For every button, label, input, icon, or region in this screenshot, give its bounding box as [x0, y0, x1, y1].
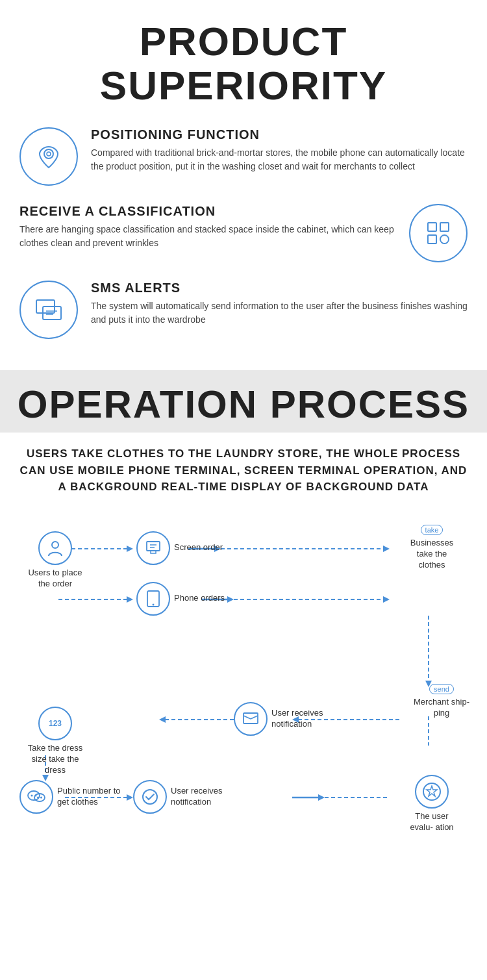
svg-line-44	[244, 716, 251, 719]
node-take-dress: 123 Take the dress size take the dress	[26, 707, 84, 776]
flow-diagram: Users to place the order Screen order ta…	[13, 515, 474, 840]
merchant-shipping-label: Merchant ship- ping	[412, 697, 471, 719]
user-icon-circle	[38, 531, 72, 565]
send-tag: send	[429, 684, 454, 694]
feature-positioning-title: POSITIONING FUNCTION	[91, 127, 468, 142]
screen-order-icon-circle	[136, 531, 170, 565]
svg-marker-11	[127, 546, 133, 552]
feature-sms-desc: The system will automatically send infor…	[91, 299, 468, 327]
user-receives-2-label: User receives notification	[171, 786, 236, 808]
feature-positioning-text: POSITIONING FUNCTION Compared with tradi…	[91, 127, 468, 173]
svg-point-47	[31, 794, 33, 796]
svg-marker-54	[427, 786, 437, 796]
businesses-take-label: Businesses take the clothes	[403, 538, 461, 571]
svg-point-36	[52, 542, 58, 548]
node-send: send Merchant ship- ping	[412, 684, 471, 719]
sms-icon-circle	[19, 281, 78, 339]
process-detail-section: USERS TAKE CLOTHES TO THE LAUNDRY STORE,…	[0, 433, 487, 866]
svg-marker-19	[227, 596, 234, 603]
feature-positioning: POSITIONING FUNCTION Compared with tradi…	[19, 127, 468, 186]
svg-rect-37	[147, 542, 160, 551]
svg-point-0	[44, 149, 53, 158]
phone-orders-label: Phone orders	[174, 593, 225, 604]
feature-classification: RECEIVE A CLASSIFICATION There are hangi…	[19, 204, 468, 262]
svg-rect-3	[440, 223, 449, 231]
location-icon	[34, 142, 64, 171]
classification-icon-circle	[409, 204, 468, 262]
svg-point-52	[143, 790, 157, 804]
user-evaluation-label: The user evalu- ation	[403, 811, 461, 833]
wechat-icon	[27, 789, 45, 805]
take-dress-icon-circle: 123	[38, 707, 72, 740]
grid-icon	[423, 218, 454, 249]
operation-process-section: OPERATION PROCESS	[0, 370, 487, 433]
check-icon	[142, 788, 158, 805]
svg-rect-2	[428, 223, 436, 231]
user-receives-1-label: User receives notification	[271, 708, 336, 730]
node-user-evaluation: The user evalu- ation	[403, 775, 461, 833]
feature-classification-text: RECEIVE A CLASSIFICATION There are hangi…	[19, 204, 396, 250]
take-tag: take	[421, 525, 443, 535]
svg-point-42	[153, 603, 155, 605]
svg-marker-15	[383, 546, 390, 552]
phone-order-icon-circle	[136, 582, 170, 616]
svg-marker-28	[159, 716, 166, 723]
take-dress-label: Take the dress size take the dress	[26, 743, 84, 776]
svg-rect-40	[151, 551, 156, 553]
svg-line-45	[251, 716, 258, 719]
page-title: PRODUCTSUPERIORITY	[19, 19, 468, 108]
feature-positioning-desc: Compared with traditional brick-and-mort…	[91, 146, 468, 173]
public-number-label: Public number to get clothes	[57, 786, 122, 808]
svg-point-46	[28, 791, 40, 800]
feature-sms-text: SMS ALERTS The system will automatically…	[91, 281, 468, 327]
feature-classification-desc: There are hanging space classification a…	[19, 223, 396, 250]
sms-icon	[34, 295, 64, 325]
screen-icon	[145, 540, 162, 557]
feature-classification-title: RECEIVE A CLASSIFICATION	[19, 204, 396, 219]
user-order-label: Users to place the order	[26, 568, 84, 590]
node-screen-order: Screen order	[136, 531, 223, 565]
notification-icon	[242, 712, 259, 726]
node-user-receives-2: User receives notification	[133, 780, 236, 814]
positioning-icon-circle	[19, 127, 78, 186]
phone-icon	[146, 590, 160, 607]
node-user-receives-1: User receives notification	[234, 702, 336, 736]
public-number-icon-circle	[19, 780, 53, 814]
operation-title: OPERATION PROCESS	[13, 383, 474, 426]
feature-sms-title: SMS ALERTS	[91, 281, 468, 295]
feature-sms: SMS ALERTS The system will automatically…	[19, 281, 468, 339]
svg-point-50	[37, 796, 39, 798]
node-user-order: Users to place the order	[26, 531, 84, 590]
svg-marker-21	[383, 596, 390, 603]
svg-point-5	[440, 235, 449, 244]
star-icon	[422, 782, 442, 801]
node-public-number: Public number to get clothes	[19, 780, 122, 814]
node-businesses-take: take Businesses take the clothes	[403, 525, 461, 571]
product-superiority-section: PRODUCTSUPERIORITY POSITIONING FUNCTION …	[0, 0, 487, 370]
node-phone-orders: Phone orders	[136, 582, 225, 616]
svg-point-1	[47, 152, 51, 156]
svg-rect-43	[244, 713, 258, 723]
svg-marker-34	[318, 794, 325, 801]
svg-marker-17	[127, 596, 133, 603]
user-receives-1-icon-circle	[234, 702, 268, 736]
svg-marker-32	[127, 794, 133, 801]
user-receives-2-icon-circle	[133, 780, 167, 814]
screen-order-label: Screen order	[174, 542, 223, 553]
svg-point-51	[40, 796, 42, 798]
svg-rect-4	[428, 235, 436, 244]
user-icon	[46, 539, 64, 557]
process-subtitle: USERS TAKE CLOTHES TO THE LAUNDRY STORE,…	[13, 446, 474, 496]
user-evaluation-icon-circle	[415, 775, 449, 809]
